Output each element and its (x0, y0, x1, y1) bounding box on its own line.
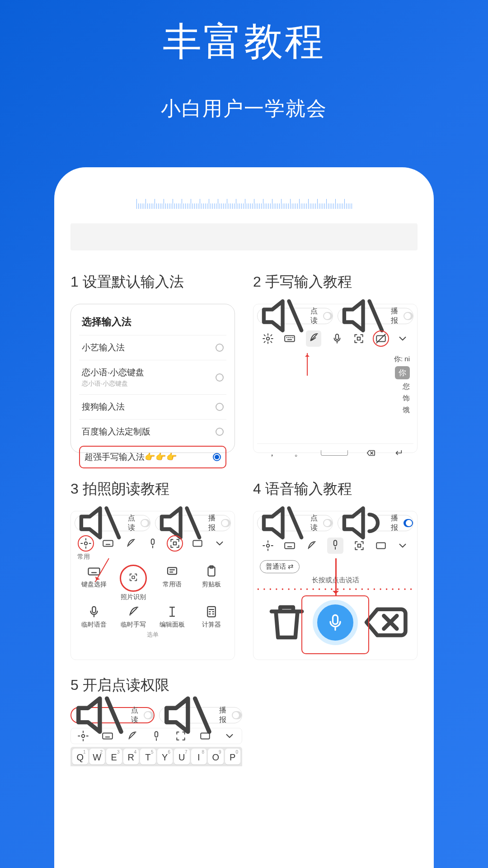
svg-point-4 (84, 542, 87, 545)
backspace-icon[interactable] (366, 448, 375, 458)
scan-icon[interactable] (169, 538, 181, 549)
broadcast-toggle[interactable]: 播报 (159, 707, 242, 723)
toggle-label: 点读 (131, 706, 141, 725)
tutorial-tile-1: 1 设置默认输入法 选择输入法 小艺输入法 恋小语·小恋键盘恋小语·小恋键盘 搜… (70, 259, 235, 453)
candidate[interactable]: 饰 (394, 394, 410, 403)
read-toggle[interactable]: 点读 (257, 308, 333, 324)
key-q[interactable]: 1Q (72, 749, 88, 764)
ime-option-label: 超强手写输入法👉👉👉 (84, 451, 177, 463)
mic-icon (87, 605, 101, 618)
gear-icon[interactable] (262, 540, 274, 552)
scan-icon[interactable] (175, 730, 187, 742)
switch-icon-on (404, 519, 413, 527)
language-chip[interactable]: 普通话 ⇄ (260, 560, 300, 573)
key-e[interactable]: 3E (106, 749, 122, 764)
read-toggle[interactable]: 点读 (75, 515, 150, 531)
collapse-icon[interactable] (192, 538, 203, 549)
ime-dialog-title: 选择输入法 (79, 315, 226, 329)
ime-option-selected[interactable]: 超强手写输入法👉👉👉 (79, 446, 226, 468)
feather-icon[interactable] (305, 540, 317, 552)
space-key[interactable] (321, 450, 348, 456)
toggle-label: 点读 (310, 307, 320, 326)
enter-icon[interactable] (393, 448, 403, 458)
candidate[interactable]: 饿 (394, 406, 410, 415)
candidate[interactable]: 您 (394, 382, 410, 392)
tutorial-tile-5: 5 开启点读权限 点读 播报 (68, 675, 420, 766)
key-y[interactable]: 6Y (157, 749, 173, 764)
keyboard-icon[interactable] (284, 540, 296, 552)
read-toggle-highlighted[interactable]: 点读 (70, 707, 155, 723)
key-i[interactable]: 8I (191, 749, 207, 764)
cursor-icon (165, 605, 179, 618)
feather-icon[interactable] (308, 332, 319, 344)
tile-4-title: 4 语音输入教程 (253, 479, 418, 499)
tool-keyboard-select[interactable]: 键盘选择 (75, 565, 113, 601)
punct-key[interactable]: 。 (294, 447, 303, 459)
tile-3-title: 3 拍照朗读教程 (70, 479, 235, 499)
key-t[interactable]: 5T (140, 749, 156, 764)
tutorial-tile-4: 4 语音输入教程 点读 播报 (253, 467, 418, 660)
switch-icon (232, 711, 242, 719)
keyboard-icon[interactable] (102, 538, 114, 549)
clipboard-icon (205, 565, 218, 578)
radio-icon (216, 344, 224, 352)
ime-option[interactable]: 搜狗输入法 (79, 394, 226, 419)
scan-icon[interactable] (353, 540, 365, 552)
broadcast-toggle[interactable]: 播报 (338, 515, 413, 531)
ime-option[interactable]: 百度输入法定制版 (79, 419, 226, 444)
gear-icon[interactable] (80, 538, 92, 549)
chevron-down-icon[interactable] (397, 333, 408, 344)
qwerty-row: 1Q2W3E4R5T6Y7U8I9O0P (70, 747, 242, 766)
collapse-icon[interactable] (375, 540, 387, 552)
feather-icon[interactable] (125, 538, 136, 549)
scan-icon[interactable] (353, 333, 365, 344)
svg-rect-2 (336, 334, 339, 340)
mic-icon[interactable] (329, 539, 341, 551)
ime-option[interactable]: 恋小语·小恋键盘恋小语·小恋键盘 (79, 360, 226, 394)
key-r[interactable]: 4R (123, 749, 139, 764)
collapse-icon[interactable] (375, 333, 387, 344)
key-u[interactable]: 7U (174, 749, 190, 764)
tool-calculator[interactable]: 计算器 (193, 605, 230, 629)
ime-option-label: 恋小语·小恋键盘恋小语·小恋键盘 (82, 367, 144, 388)
ime-option[interactable]: 小艺输入法 (79, 335, 226, 360)
candidate-selected[interactable]: 你 (395, 366, 410, 379)
tool-temp-voice[interactable]: 临时语音 (75, 605, 113, 629)
highlight-circle (78, 535, 94, 552)
tool-phrases[interactable]: 常用语 (154, 565, 191, 601)
svg-rect-9 (168, 567, 177, 574)
chevron-down-icon[interactable] (397, 540, 408, 552)
read-toggle[interactable]: 点读 (257, 515, 333, 531)
mic-icon[interactable] (150, 730, 162, 742)
broadcast-toggle[interactable]: 播报 (155, 515, 231, 531)
collapse-icon[interactable] (199, 730, 211, 742)
keyboard-icon[interactable] (102, 730, 113, 742)
gear-icon[interactable] (262, 333, 274, 344)
keyboard-icon[interactable] (284, 333, 296, 344)
svg-rect-5 (103, 541, 113, 547)
phone-frame: 1 设置默认输入法 选择输入法 小艺输入法 恋小语·小恋键盘恋小语·小恋键盘 搜… (54, 167, 434, 868)
tool-photo-ocr[interactable]: 照片识别 (115, 565, 152, 601)
gear-icon[interactable] (77, 730, 89, 742)
tool-clipboard[interactable]: 剪贴板 (193, 565, 230, 601)
key-p[interactable]: 0P (225, 749, 241, 764)
toggle-label: 播报 (391, 307, 400, 326)
chevron-down-icon[interactable] (224, 730, 235, 742)
mic-icon[interactable] (147, 538, 159, 549)
feather-icon[interactable] (126, 730, 138, 742)
mic-icon[interactable] (331, 333, 343, 344)
svg-point-0 (267, 337, 270, 340)
punct-key[interactable]: ， (267, 447, 277, 459)
pinyin-label: 你: ni (394, 355, 410, 363)
broadcast-toggle[interactable]: 播报 (338, 308, 413, 324)
switch-icon (141, 519, 150, 527)
chevron-down-icon[interactable] (214, 538, 225, 549)
highlight-arrow (335, 558, 337, 596)
switch-icon (221, 519, 230, 527)
tool-temp-handwrite[interactable]: 临时手写 (115, 605, 152, 629)
key-w[interactable]: 2W (89, 749, 105, 764)
key-o[interactable]: 9O (208, 749, 224, 764)
chat-icon (165, 565, 179, 578)
tool-edit-panel[interactable]: 编辑面板 (154, 605, 191, 629)
tab-label: 常用 (75, 551, 231, 563)
